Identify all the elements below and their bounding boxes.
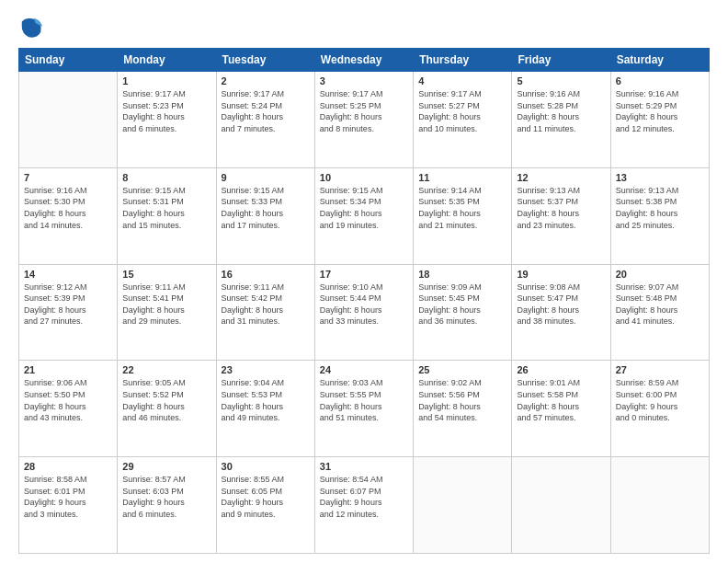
calendar-cell — [19, 72, 118, 168]
day-info: Sunrise: 9:11 AM Sunset: 5:42 PM Dayligh… — [222, 282, 310, 327]
calendar-cell: 2Sunrise: 9:17 AM Sunset: 5:24 PM Daylig… — [216, 72, 314, 168]
page: SundayMondayTuesdayWednesdayThursdayFrid… — [0, 0, 728, 563]
day-number: 14 — [24, 269, 112, 280]
calendar-cell: 21Sunrise: 9:06 AM Sunset: 5:50 PM Dayli… — [19, 361, 118, 457]
week-row-1: 7Sunrise: 9:16 AM Sunset: 5:30 PM Daylig… — [19, 167, 710, 264]
calendar-cell: 17Sunrise: 9:10 AM Sunset: 5:44 PM Dayli… — [314, 264, 413, 361]
calendar-tbody: 1Sunrise: 9:17 AM Sunset: 5:23 PM Daylig… — [19, 72, 710, 554]
calendar-cell: 16Sunrise: 9:11 AM Sunset: 5:42 PM Dayli… — [216, 264, 314, 361]
weekday-header-row: SundayMondayTuesdayWednesdayThursdayFrid… — [19, 49, 710, 72]
weekday-header-wednesday: Wednesday — [314, 49, 413, 72]
day-info: Sunrise: 9:11 AM Sunset: 5:41 PM Dayligh… — [122, 282, 210, 327]
day-number: 1 — [122, 75, 210, 86]
day-info: Sunrise: 9:14 AM Sunset: 5:35 PM Dayligh… — [418, 185, 506, 231]
day-number: 7 — [24, 172, 112, 183]
day-number: 31 — [320, 461, 408, 472]
day-info: Sunrise: 9:08 AM Sunset: 5:47 PM Dayligh… — [517, 282, 605, 327]
calendar-cell: 28Sunrise: 8:58 AM Sunset: 6:01 PM Dayli… — [19, 457, 118, 554]
day-number: 12 — [517, 172, 605, 183]
day-number: 18 — [418, 269, 506, 280]
day-info: Sunrise: 9:05 AM Sunset: 5:52 PM Dayligh… — [122, 377, 210, 423]
week-row-3: 21Sunrise: 9:06 AM Sunset: 5:50 PM Dayli… — [19, 361, 710, 457]
day-number: 15 — [122, 269, 210, 280]
day-info: Sunrise: 9:13 AM Sunset: 5:38 PM Dayligh… — [616, 185, 704, 231]
day-info: Sunrise: 8:57 AM Sunset: 6:03 PM Dayligh… — [122, 474, 210, 520]
calendar-cell: 29Sunrise: 8:57 AM Sunset: 6:03 PM Dayli… — [118, 457, 216, 554]
day-info: Sunrise: 9:15 AM Sunset: 5:33 PM Dayligh… — [222, 185, 310, 231]
day-info: Sunrise: 9:10 AM Sunset: 5:44 PM Dayligh… — [320, 282, 408, 327]
calendar-cell: 22Sunrise: 9:05 AM Sunset: 5:52 PM Dayli… — [118, 361, 216, 457]
calendar-cell: 12Sunrise: 9:13 AM Sunset: 5:37 PM Dayli… — [512, 167, 610, 264]
calendar-cell: 14Sunrise: 9:12 AM Sunset: 5:39 PM Dayli… — [19, 264, 118, 361]
weekday-header-tuesday: Tuesday — [216, 49, 314, 72]
day-number: 10 — [320, 172, 408, 183]
logo — [18, 15, 48, 40]
week-row-0: 1Sunrise: 9:17 AM Sunset: 5:23 PM Daylig… — [19, 72, 710, 168]
day-info: Sunrise: 9:04 AM Sunset: 5:53 PM Dayligh… — [222, 377, 310, 423]
day-info: Sunrise: 9:17 AM Sunset: 5:23 PM Dayligh… — [122, 88, 210, 134]
calendar-cell — [414, 457, 512, 554]
day-info: Sunrise: 9:02 AM Sunset: 5:56 PM Dayligh… — [418, 377, 506, 423]
day-info: Sunrise: 9:16 AM Sunset: 5:30 PM Dayligh… — [24, 185, 112, 231]
day-number: 23 — [222, 364, 310, 375]
calendar-cell: 8Sunrise: 9:15 AM Sunset: 5:31 PM Daylig… — [118, 167, 216, 264]
calendar-cell: 9Sunrise: 9:15 AM Sunset: 5:33 PM Daylig… — [216, 167, 314, 264]
calendar-thead: SundayMondayTuesdayWednesdayThursdayFrid… — [19, 49, 710, 72]
day-number: 16 — [222, 269, 310, 280]
day-number: 24 — [320, 364, 408, 375]
calendar-cell — [512, 457, 610, 554]
calendar-cell: 20Sunrise: 9:07 AM Sunset: 5:48 PM Dayli… — [610, 264, 709, 361]
calendar-cell: 11Sunrise: 9:14 AM Sunset: 5:35 PM Dayli… — [414, 167, 512, 264]
day-number: 17 — [320, 269, 408, 280]
calendar-cell: 26Sunrise: 9:01 AM Sunset: 5:58 PM Dayli… — [512, 361, 610, 457]
calendar-cell: 19Sunrise: 9:08 AM Sunset: 5:47 PM Dayli… — [512, 264, 610, 361]
day-info: Sunrise: 8:54 AM Sunset: 6:07 PM Dayligh… — [320, 474, 408, 520]
calendar-cell: 4Sunrise: 9:17 AM Sunset: 5:27 PM Daylig… — [414, 72, 512, 168]
day-info: Sunrise: 8:58 AM Sunset: 6:01 PM Dayligh… — [24, 474, 112, 520]
day-info: Sunrise: 9:16 AM Sunset: 5:28 PM Dayligh… — [517, 88, 605, 134]
day-number: 19 — [517, 269, 605, 280]
day-info: Sunrise: 9:16 AM Sunset: 5:29 PM Dayligh… — [616, 88, 704, 134]
day-info: Sunrise: 8:59 AM Sunset: 6:00 PM Dayligh… — [616, 377, 704, 423]
calendar-cell: 27Sunrise: 8:59 AM Sunset: 6:00 PM Dayli… — [610, 361, 709, 457]
day-number: 27 — [616, 364, 704, 375]
weekday-header-monday: Monday — [118, 49, 216, 72]
day-info: Sunrise: 9:12 AM Sunset: 5:39 PM Dayligh… — [24, 282, 112, 327]
day-info: Sunrise: 9:17 AM Sunset: 5:25 PM Dayligh… — [320, 88, 408, 134]
header — [18, 15, 710, 40]
day-number: 6 — [616, 75, 704, 86]
day-number: 25 — [418, 364, 506, 375]
day-info: Sunrise: 9:03 AM Sunset: 5:55 PM Dayligh… — [320, 377, 408, 423]
weekday-header-thursday: Thursday — [414, 49, 512, 72]
day-number: 3 — [320, 75, 408, 86]
day-info: Sunrise: 9:15 AM Sunset: 5:31 PM Dayligh… — [122, 185, 210, 231]
calendar-cell: 25Sunrise: 9:02 AM Sunset: 5:56 PM Dayli… — [414, 361, 512, 457]
week-row-2: 14Sunrise: 9:12 AM Sunset: 5:39 PM Dayli… — [19, 264, 710, 361]
day-number: 8 — [122, 172, 210, 183]
day-info: Sunrise: 9:17 AM Sunset: 5:27 PM Dayligh… — [418, 88, 506, 134]
day-number: 30 — [222, 461, 310, 472]
weekday-header-saturday: Saturday — [610, 49, 709, 72]
day-number: 2 — [222, 75, 310, 86]
day-number: 11 — [418, 172, 506, 183]
day-info: Sunrise: 9:15 AM Sunset: 5:34 PM Dayligh… — [320, 185, 408, 231]
day-number: 21 — [24, 364, 112, 375]
calendar-cell: 15Sunrise: 9:11 AM Sunset: 5:41 PM Dayli… — [118, 264, 216, 361]
day-number: 20 — [616, 269, 704, 280]
calendar-cell: 23Sunrise: 9:04 AM Sunset: 5:53 PM Dayli… — [216, 361, 314, 457]
calendar-cell: 3Sunrise: 9:17 AM Sunset: 5:25 PM Daylig… — [314, 72, 413, 168]
calendar-cell: 30Sunrise: 8:55 AM Sunset: 6:05 PM Dayli… — [216, 457, 314, 554]
day-info: Sunrise: 9:06 AM Sunset: 5:50 PM Dayligh… — [24, 377, 112, 423]
day-number: 9 — [222, 172, 310, 183]
day-info: Sunrise: 9:07 AM Sunset: 5:48 PM Dayligh… — [616, 282, 704, 327]
calendar: SundayMondayTuesdayWednesdayThursdayFrid… — [18, 48, 710, 554]
day-info: Sunrise: 9:13 AM Sunset: 5:37 PM Dayligh… — [517, 185, 605, 231]
calendar-cell: 31Sunrise: 8:54 AM Sunset: 6:07 PM Dayli… — [314, 457, 413, 554]
calendar-cell: 5Sunrise: 9:16 AM Sunset: 5:28 PM Daylig… — [512, 72, 610, 168]
day-info: Sunrise: 9:17 AM Sunset: 5:24 PM Dayligh… — [222, 88, 310, 134]
day-number: 13 — [616, 172, 704, 183]
day-number: 4 — [418, 75, 506, 86]
calendar-cell: 6Sunrise: 9:16 AM Sunset: 5:29 PM Daylig… — [610, 72, 709, 168]
calendar-cell: 10Sunrise: 9:15 AM Sunset: 5:34 PM Dayli… — [314, 167, 413, 264]
calendar-table: SundayMondayTuesdayWednesdayThursdayFrid… — [18, 48, 710, 554]
